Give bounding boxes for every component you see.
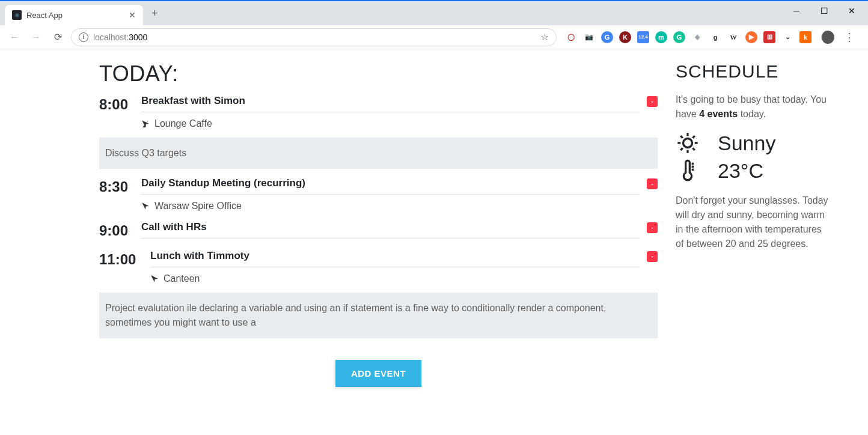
schedule-heading: SCHEDULE — [676, 61, 832, 82]
event-location: Lounge Caffe — [141, 112, 658, 133]
event-location: Canteen — [150, 267, 658, 288]
url-text: localhost:3000 — [93, 32, 536, 42]
weather-temperature: 23°C — [718, 159, 763, 183]
extension-icon[interactable]: ▶ — [745, 31, 757, 43]
delete-event-button[interactable]: - — [647, 222, 658, 233]
event-time: 8:00 — [99, 95, 141, 113]
extension-icon[interactable]: G — [673, 31, 685, 43]
maximize-button[interactable]: ☐ — [810, 1, 838, 20]
extension-icon[interactable]: g — [709, 31, 721, 43]
event-item: 11:00 Lunch with Timmoty - Canteen — [99, 250, 658, 288]
schedule-intro: It's going to be busy that today. You ha… — [676, 93, 832, 121]
weather-condition: Sunny — [718, 132, 775, 155]
weather-condition-row: Sunny — [676, 131, 832, 155]
browser-chrome: ⚛ React App ✕ + ─ ☐ ✕ ← → ⟳ i localhost:… — [0, 0, 868, 49]
extension-icons: ◯ 📷 G K 12.4 m G ◈ g W ▶ ⊞ ⌄ k ⋮ — [561, 31, 862, 44]
browser-toolbar: ← → ⟳ i localhost:3000 ☆ ◯ 📷 G K 12.4 m … — [0, 25, 868, 49]
svg-line-7 — [680, 148, 683, 150]
location-icon — [150, 275, 159, 283]
back-button[interactable]: ← — [6, 29, 23, 46]
close-tab-icon[interactable]: ✕ — [129, 10, 136, 20]
event-item: 9:00 Call with HRs - — [99, 221, 658, 239]
event-time: 8:30 — [99, 177, 141, 195]
weather-temp-row: 23°C — [676, 159, 832, 183]
event-note: Discuss Q3 targets — [99, 138, 658, 169]
event-title: Breakfast with Simon — [141, 95, 640, 112]
browser-tab[interactable]: ⚛ React App ✕ — [5, 5, 143, 25]
extension-icon[interactable]: m — [655, 31, 667, 43]
extension-icon[interactable]: ◯ — [565, 31, 577, 43]
svg-line-8 — [692, 136, 695, 138]
event-note: Project evalutation ile declaring a vari… — [99, 293, 658, 338]
delete-event-button[interactable]: - — [647, 96, 658, 107]
svg-point-0 — [683, 139, 692, 148]
delete-event-button[interactable]: - — [647, 178, 658, 189]
event-item: 8:00 Breakfast with Simon - Lounge Caffe — [99, 95, 658, 133]
tab-bar: ⚛ React App ✕ + ─ ☐ ✕ — [0, 1, 868, 25]
extension-icon[interactable]: ⌄ — [781, 31, 793, 43]
svg-line-6 — [692, 148, 695, 150]
minimize-button[interactable]: ─ — [783, 1, 810, 20]
event-time: 11:00 — [99, 250, 150, 268]
event-location: Warsaw Spire Office — [141, 195, 658, 215]
extension-icon[interactable]: G — [601, 31, 613, 43]
schedule-sidebar: SCHEDULE It's going to be busy that toda… — [676, 61, 868, 387]
window-controls: ─ ☐ ✕ — [783, 1, 866, 20]
reload-button[interactable]: ⟳ — [49, 29, 66, 46]
page-title: TODAY: — [99, 61, 658, 87]
extension-icon[interactable]: ⊞ — [763, 31, 775, 43]
event-time: 9:00 — [99, 221, 141, 239]
close-window-button[interactable]: ✕ — [838, 1, 866, 20]
event-title: Daily Standup Meeting (recurring) — [141, 177, 640, 195]
site-info-icon[interactable]: i — [79, 32, 88, 42]
extension-icon[interactable]: W — [727, 31, 739, 43]
sun-icon — [676, 131, 700, 155]
profile-avatar[interactable] — [821, 31, 834, 44]
forward-button[interactable]: → — [28, 29, 44, 46]
extension-icon[interactable]: 12.4 — [637, 31, 649, 43]
event-title: Call with HRs — [141, 221, 640, 239]
event-item: 8:30 Daily Standup Meeting (recurring) -… — [99, 177, 658, 215]
delete-event-button[interactable]: - — [647, 251, 658, 262]
thermometer-icon — [676, 159, 700, 183]
react-favicon: ⚛ — [12, 10, 22, 20]
bookmark-star-icon[interactable]: ☆ — [540, 31, 549, 43]
tab-title: React App — [26, 11, 124, 20]
forecast-text: Don't forget your sunglasses. Today will… — [676, 193, 832, 251]
extension-icon[interactable]: k — [799, 31, 811, 43]
browser-menu-button[interactable]: ⋮ — [840, 31, 858, 44]
page-content: TODAY: 8:00 Breakfast with Simon - Loung… — [0, 49, 868, 387]
events-column: TODAY: 8:00 Breakfast with Simon - Loung… — [0, 61, 676, 387]
address-bar[interactable]: i localhost:3000 ☆ — [71, 28, 557, 46]
svg-line-5 — [680, 136, 683, 138]
extension-icon[interactable]: K — [619, 31, 631, 43]
extension-icon[interactable]: 📷 — [583, 31, 595, 43]
location-icon — [141, 202, 150, 210]
extension-icon[interactable]: ◈ — [691, 31, 703, 43]
new-tab-button[interactable]: + — [151, 7, 158, 20]
location-icon — [141, 120, 150, 128]
add-event-button[interactable]: ADD EVENT — [335, 360, 421, 387]
event-title: Lunch with Timmoty — [150, 250, 640, 267]
